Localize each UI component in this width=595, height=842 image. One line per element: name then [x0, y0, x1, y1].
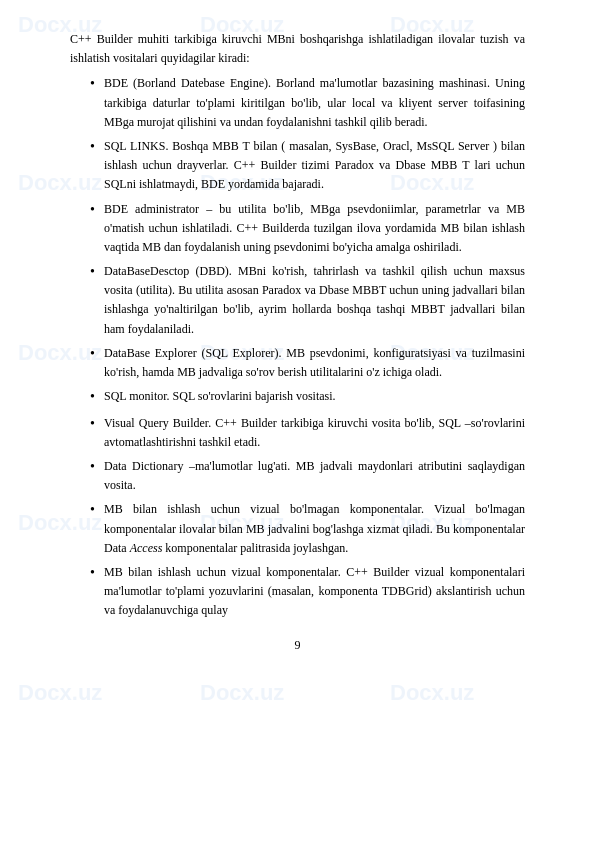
bullet-item-4: • DataBaseDesctop (DBD). MBni ko'rish, t…	[70, 262, 525, 339]
bullet-text-4: DataBaseDesctop (DBD). MBni ko'rish, tah…	[104, 262, 525, 339]
bullet-dot-3: •	[90, 199, 104, 221]
bullet-item-5: • DataBase Explorer (SQL Explorer). MB p…	[70, 344, 525, 382]
bullet-text-3: BDE administrator – bu utilita bo'lib, M…	[104, 200, 525, 258]
bullet-dot-8: •	[90, 456, 104, 478]
bullet-item-2: • SQL LINKS. Boshqa MBB T bilan ( masala…	[70, 137, 525, 195]
bullet-dot-6: •	[90, 386, 104, 408]
bullet-item-7: • Visual Query Builder. C++ Builder tark…	[70, 414, 525, 452]
bullet-dot-10: •	[90, 562, 104, 584]
bullet-item-1: • BDE (Borland Datebase Engine). Borland…	[70, 74, 525, 132]
bullet-text-2: SQL LINKS. Boshqa MBB T bilan ( masalan,…	[104, 137, 525, 195]
bullet-text-9: MB bilan ishlash uchun vizual bo'lmagan …	[104, 500, 525, 558]
intro-paragraph: C++ Builder muhiti tarkibiga kiruvchi MB…	[70, 30, 525, 68]
bullet-item-9: • MB bilan ishlash uchun vizual bo'lmaga…	[70, 500, 525, 558]
bullet-text-1: BDE (Borland Datebase Engine). Borland m…	[104, 74, 525, 132]
bullet-text-10: MB bilan ishlash uchun vizual komponenta…	[104, 563, 525, 621]
watermark-15: Docx.uz	[390, 680, 474, 706]
access-word: Access	[130, 541, 163, 555]
page-number: 9	[70, 638, 525, 653]
bullet-item-3: • BDE administrator – bu utilita bo'lib,…	[70, 200, 525, 258]
bullet-dot-9: •	[90, 499, 104, 521]
bullet-text-7: Visual Query Builder. C++ Builder tarkib…	[104, 414, 525, 452]
bullet-item-6: • SQL monitor. SQL so'rovlarini bajarish…	[70, 387, 525, 408]
bullet-dot-2: •	[90, 136, 104, 158]
bullet-item-10: • MB bilan ishlash uchun vizual komponen…	[70, 563, 525, 621]
bullet-dot-7: •	[90, 413, 104, 435]
bullet-dot-1: •	[90, 73, 104, 95]
watermark-13: Docx.uz	[18, 680, 102, 706]
bullet-text-5: DataBase Explorer (SQL Explorer). MB pse…	[104, 344, 525, 382]
watermark-14: Docx.uz	[200, 680, 284, 706]
bullet-text-8: Data Dictionary –ma'lumotlar lug'ati. MB…	[104, 457, 525, 495]
bullet-dot-5: •	[90, 343, 104, 365]
page-content: C++ Builder muhiti tarkibiga kiruvchi MB…	[70, 30, 525, 653]
bullet-text-6: SQL monitor. SQL so'rovlarini bajarish v…	[104, 387, 525, 406]
bullet-dot-4: •	[90, 261, 104, 283]
bullet-item-8: • Data Dictionary –ma'lumotlar lug'ati. …	[70, 457, 525, 495]
